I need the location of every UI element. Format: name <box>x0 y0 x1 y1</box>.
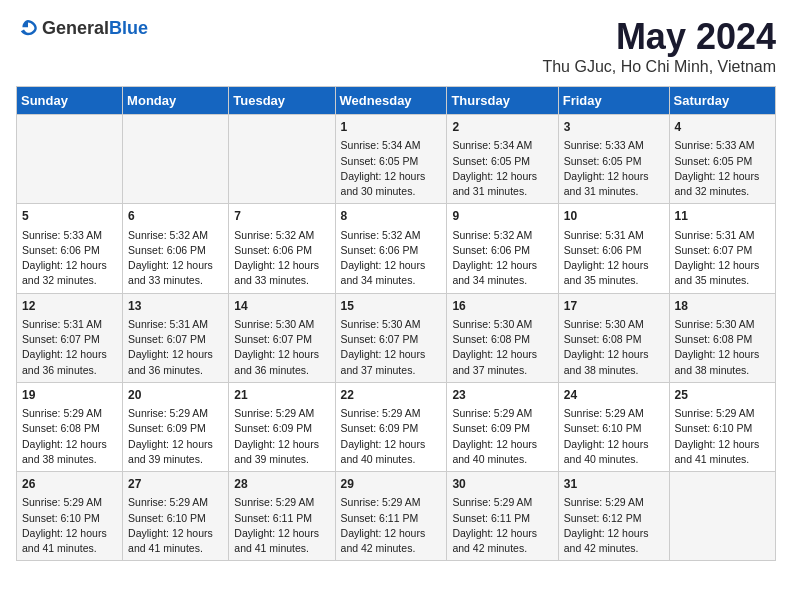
logo-general: General <box>42 18 109 38</box>
day-number: 5 <box>22 208 117 225</box>
day-info: Sunrise: 5:31 AM Sunset: 6:07 PM Dayligh… <box>22 318 107 376</box>
calendar-cell: 7Sunrise: 5:32 AM Sunset: 6:06 PM Daylig… <box>229 204 335 293</box>
calendar-week-row: 19Sunrise: 5:29 AM Sunset: 6:08 PM Dayli… <box>17 382 776 471</box>
day-number: 20 <box>128 387 223 404</box>
day-number: 8 <box>341 208 442 225</box>
calendar-header: Sunday Monday Tuesday Wednesday Thursday… <box>17 87 776 115</box>
day-number: 23 <box>452 387 552 404</box>
calendar-cell: 13Sunrise: 5:31 AM Sunset: 6:07 PM Dayli… <box>123 293 229 382</box>
calendar-cell: 9Sunrise: 5:32 AM Sunset: 6:06 PM Daylig… <box>447 204 558 293</box>
day-info: Sunrise: 5:29 AM Sunset: 6:12 PM Dayligh… <box>564 496 649 554</box>
day-info: Sunrise: 5:32 AM Sunset: 6:06 PM Dayligh… <box>341 229 426 287</box>
day-number: 13 <box>128 298 223 315</box>
day-info: Sunrise: 5:29 AM Sunset: 6:10 PM Dayligh… <box>128 496 213 554</box>
header-tuesday: Tuesday <box>229 87 335 115</box>
title-block: May 2024 Thu GJuc, Ho Chi Minh, Vietnam <box>542 16 776 76</box>
header-thursday: Thursday <box>447 87 558 115</box>
day-info: Sunrise: 5:31 AM Sunset: 6:06 PM Dayligh… <box>564 229 649 287</box>
calendar-week-row: 12Sunrise: 5:31 AM Sunset: 6:07 PM Dayli… <box>17 293 776 382</box>
day-number: 12 <box>22 298 117 315</box>
calendar-cell <box>123 115 229 204</box>
calendar-cell: 16Sunrise: 5:30 AM Sunset: 6:08 PM Dayli… <box>447 293 558 382</box>
weekday-header-row: Sunday Monday Tuesday Wednesday Thursday… <box>17 87 776 115</box>
calendar-cell: 26Sunrise: 5:29 AM Sunset: 6:10 PM Dayli… <box>17 472 123 561</box>
day-number: 26 <box>22 476 117 493</box>
day-info: Sunrise: 5:29 AM Sunset: 6:09 PM Dayligh… <box>234 407 319 465</box>
calendar-cell: 31Sunrise: 5:29 AM Sunset: 6:12 PM Dayli… <box>558 472 669 561</box>
calendar-cell: 11Sunrise: 5:31 AM Sunset: 6:07 PM Dayli… <box>669 204 775 293</box>
calendar-cell: 10Sunrise: 5:31 AM Sunset: 6:06 PM Dayli… <box>558 204 669 293</box>
calendar-cell: 6Sunrise: 5:32 AM Sunset: 6:06 PM Daylig… <box>123 204 229 293</box>
day-number: 17 <box>564 298 664 315</box>
day-info: Sunrise: 5:32 AM Sunset: 6:06 PM Dayligh… <box>234 229 319 287</box>
day-number: 25 <box>675 387 770 404</box>
day-number: 15 <box>341 298 442 315</box>
logo-icon <box>16 16 40 40</box>
day-number: 4 <box>675 119 770 136</box>
calendar-cell: 25Sunrise: 5:29 AM Sunset: 6:10 PM Dayli… <box>669 382 775 471</box>
day-info: Sunrise: 5:29 AM Sunset: 6:09 PM Dayligh… <box>452 407 537 465</box>
header-sunday: Sunday <box>17 87 123 115</box>
calendar-cell: 18Sunrise: 5:30 AM Sunset: 6:08 PM Dayli… <box>669 293 775 382</box>
logo-text: GeneralBlue <box>42 18 148 39</box>
day-number: 11 <box>675 208 770 225</box>
calendar-cell: 28Sunrise: 5:29 AM Sunset: 6:11 PM Dayli… <box>229 472 335 561</box>
calendar-cell: 15Sunrise: 5:30 AM Sunset: 6:07 PM Dayli… <box>335 293 447 382</box>
month-year-title: May 2024 <box>542 16 776 58</box>
day-number: 2 <box>452 119 552 136</box>
calendar-week-row: 5Sunrise: 5:33 AM Sunset: 6:06 PM Daylig… <box>17 204 776 293</box>
calendar-cell: 17Sunrise: 5:30 AM Sunset: 6:08 PM Dayli… <box>558 293 669 382</box>
day-info: Sunrise: 5:29 AM Sunset: 6:09 PM Dayligh… <box>128 407 213 465</box>
calendar-cell: 2Sunrise: 5:34 AM Sunset: 6:05 PM Daylig… <box>447 115 558 204</box>
page-header: GeneralBlue May 2024 Thu GJuc, Ho Chi Mi… <box>16 16 776 76</box>
day-number: 6 <box>128 208 223 225</box>
day-info: Sunrise: 5:33 AM Sunset: 6:06 PM Dayligh… <box>22 229 107 287</box>
day-info: Sunrise: 5:30 AM Sunset: 6:07 PM Dayligh… <box>234 318 319 376</box>
calendar-table: Sunday Monday Tuesday Wednesday Thursday… <box>16 86 776 561</box>
calendar-cell <box>669 472 775 561</box>
calendar-cell: 5Sunrise: 5:33 AM Sunset: 6:06 PM Daylig… <box>17 204 123 293</box>
calendar-cell: 19Sunrise: 5:29 AM Sunset: 6:08 PM Dayli… <box>17 382 123 471</box>
day-info: Sunrise: 5:29 AM Sunset: 6:10 PM Dayligh… <box>675 407 760 465</box>
day-number: 18 <box>675 298 770 315</box>
day-number: 9 <box>452 208 552 225</box>
day-number: 7 <box>234 208 329 225</box>
calendar-cell: 29Sunrise: 5:29 AM Sunset: 6:11 PM Dayli… <box>335 472 447 561</box>
calendar-cell <box>17 115 123 204</box>
day-number: 22 <box>341 387 442 404</box>
day-number: 31 <box>564 476 664 493</box>
calendar-cell: 4Sunrise: 5:33 AM Sunset: 6:05 PM Daylig… <box>669 115 775 204</box>
header-wednesday: Wednesday <box>335 87 447 115</box>
calendar-cell: 20Sunrise: 5:29 AM Sunset: 6:09 PM Dayli… <box>123 382 229 471</box>
calendar-cell <box>229 115 335 204</box>
day-number: 27 <box>128 476 223 493</box>
day-info: Sunrise: 5:31 AM Sunset: 6:07 PM Dayligh… <box>675 229 760 287</box>
header-saturday: Saturday <box>669 87 775 115</box>
day-info: Sunrise: 5:34 AM Sunset: 6:05 PM Dayligh… <box>341 139 426 197</box>
calendar-cell: 24Sunrise: 5:29 AM Sunset: 6:10 PM Dayli… <box>558 382 669 471</box>
day-info: Sunrise: 5:29 AM Sunset: 6:11 PM Dayligh… <box>452 496 537 554</box>
day-info: Sunrise: 5:33 AM Sunset: 6:05 PM Dayligh… <box>564 139 649 197</box>
day-number: 16 <box>452 298 552 315</box>
day-number: 24 <box>564 387 664 404</box>
logo: GeneralBlue <box>16 16 148 40</box>
day-info: Sunrise: 5:30 AM Sunset: 6:08 PM Dayligh… <box>452 318 537 376</box>
day-info: Sunrise: 5:29 AM Sunset: 6:11 PM Dayligh… <box>341 496 426 554</box>
day-info: Sunrise: 5:34 AM Sunset: 6:05 PM Dayligh… <box>452 139 537 197</box>
calendar-cell: 22Sunrise: 5:29 AM Sunset: 6:09 PM Dayli… <box>335 382 447 471</box>
calendar-cell: 1Sunrise: 5:34 AM Sunset: 6:05 PM Daylig… <box>335 115 447 204</box>
calendar-cell: 21Sunrise: 5:29 AM Sunset: 6:09 PM Dayli… <box>229 382 335 471</box>
calendar-cell: 3Sunrise: 5:33 AM Sunset: 6:05 PM Daylig… <box>558 115 669 204</box>
logo-blue: Blue <box>109 18 148 38</box>
day-info: Sunrise: 5:29 AM Sunset: 6:08 PM Dayligh… <box>22 407 107 465</box>
calendar-week-row: 1Sunrise: 5:34 AM Sunset: 6:05 PM Daylig… <box>17 115 776 204</box>
day-number: 30 <box>452 476 552 493</box>
day-info: Sunrise: 5:29 AM Sunset: 6:09 PM Dayligh… <box>341 407 426 465</box>
day-number: 1 <box>341 119 442 136</box>
day-info: Sunrise: 5:32 AM Sunset: 6:06 PM Dayligh… <box>128 229 213 287</box>
day-info: Sunrise: 5:29 AM Sunset: 6:10 PM Dayligh… <box>22 496 107 554</box>
calendar-body: 1Sunrise: 5:34 AM Sunset: 6:05 PM Daylig… <box>17 115 776 561</box>
day-info: Sunrise: 5:29 AM Sunset: 6:11 PM Dayligh… <box>234 496 319 554</box>
header-friday: Friday <box>558 87 669 115</box>
calendar-cell: 23Sunrise: 5:29 AM Sunset: 6:09 PM Dayli… <box>447 382 558 471</box>
